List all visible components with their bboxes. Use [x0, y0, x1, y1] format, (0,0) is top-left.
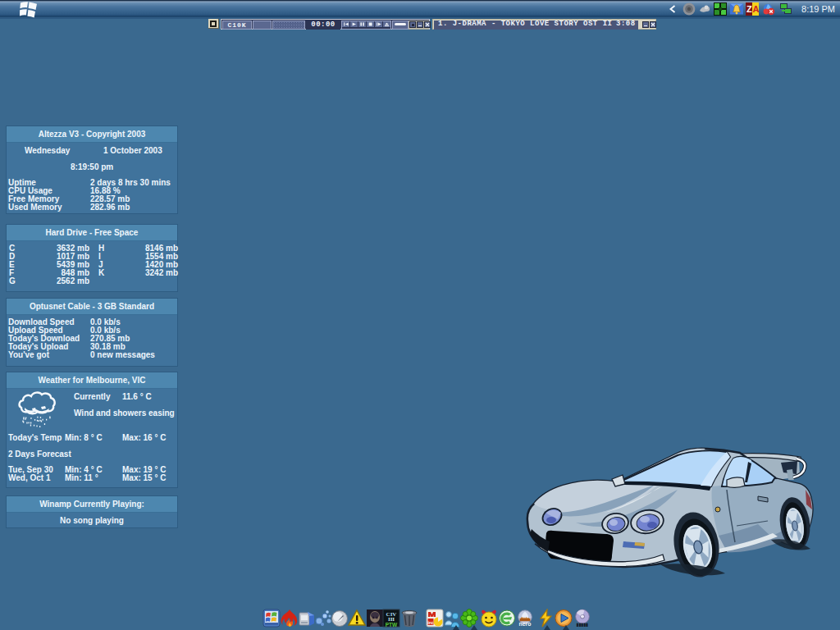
svg-text:Z: Z — [746, 4, 752, 14]
svg-text:PTW: PTW — [386, 622, 398, 628]
svg-text:irc: irc — [427, 620, 434, 625]
svg-text:A: A — [753, 4, 759, 14]
